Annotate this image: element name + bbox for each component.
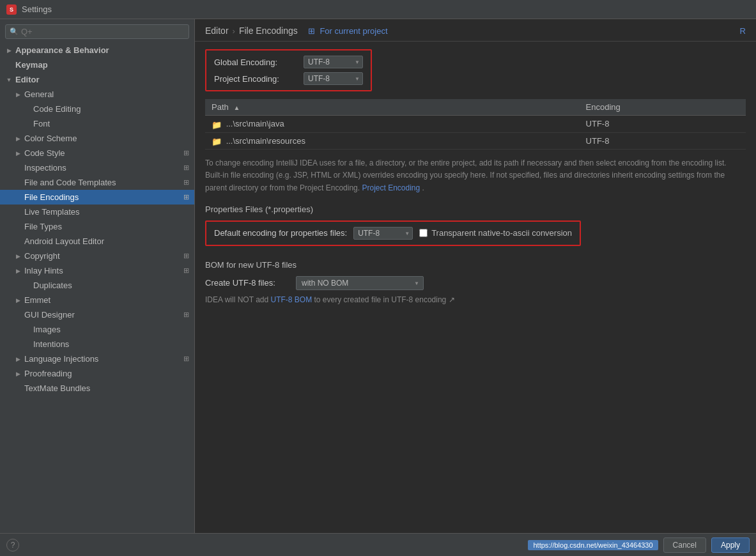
sidebar-item-language-injections[interactable]: ▶ Language Injections ⊞ [0,351,194,366]
settings-icon: ⊞ [183,266,189,275]
sidebar-item-intentions[interactable]: Intentions [0,337,194,351]
arrow-icon: ▶ [14,267,22,275]
encoding-column-header: Encoding [580,99,746,116]
global-encoding-select-wrapper[interactable]: UTF-8 UTF-16 ISO-8859-1 [304,56,363,68]
transparent-label: Transparent native-to-ascii conversion [431,228,572,238]
utf8-bom-link[interactable]: UTF-8 BOM [270,295,312,304]
arrow-icon [5,61,13,69]
default-encoding-select[interactable]: UTF-8 UTF-16 ISO-8859-1 [353,227,413,240]
sidebar-item-font[interactable]: Font [0,116,194,131]
encoding-cell: UTF-8 [580,132,746,150]
search-input[interactable] [21,27,185,36]
arrow-icon [14,179,22,187]
sidebar-item-images[interactable]: Images [0,322,194,337]
sidebar-item-editor[interactable]: ▼ Editor [0,72,194,87]
sidebar-label: Android Layout Editor [24,236,104,246]
sidebar-label: File Encodings [24,192,79,202]
project-encoding-label: Project Encoding: [214,74,304,84]
breadcrumb-separator: › [233,26,235,36]
arrow-icon [14,311,22,319]
sidebar-item-emmet[interactable]: ▶ Emmet [0,293,194,307]
sidebar-item-file-encodings[interactable]: File Encodings ⊞ [0,190,194,205]
arrow-icon [14,385,22,392]
sidebar-label: General [24,89,54,99]
sidebar-item-gui-designer[interactable]: GUI Designer ⊞ [0,307,194,322]
reset-link[interactable]: R [740,26,746,36]
sidebar-item-code-editing[interactable]: Code Editing [0,102,194,116]
sidebar: 🔍 ▶ Appearance & Behavior Keymap ▼ Edito… [0,19,195,533]
bom-create-select[interactable]: with NO BOM with BOM [296,276,424,290]
bom-section: BOM for new UTF-8 files Create UTF-8 fil… [205,260,746,304]
sidebar-item-color-scheme[interactable]: ▶ Color Scheme [0,131,194,146]
breadcrumb-link-icon: ⊞ [308,26,315,36]
panel-content: Global Encoding: UTF-8 UTF-16 ISO-8859-1… [195,42,756,533]
table-row: 📁 ...\src\main\java UTF-8 [205,116,746,133]
arrow-icon [14,164,22,172]
arrow-icon: ▶ [14,297,22,304]
sidebar-item-textmate-bundles[interactable]: TextMate Bundles [0,381,194,396]
info-text: To change encoding IntelliJ IDEA uses fo… [205,157,729,194]
transparent-checkbox[interactable] [419,229,428,237]
breadcrumb-link[interactable]: ⊞ For current project [308,26,388,36]
settings-icon: ⊞ [183,164,189,172]
project-encoding-select-wrapper[interactable]: UTF-8 UTF-16 ISO-8859-1 [304,72,363,85]
sidebar-item-inspections[interactable]: Inspections ⊞ [0,160,194,175]
arrow-icon: ▼ [5,76,13,84]
settings-icon: ⊞ [183,149,189,157]
table-row: 📁 ...\src\main\resources UTF-8 [205,132,746,150]
cancel-button[interactable]: Cancel [663,537,706,553]
sidebar-item-file-code-templates[interactable]: File and Code Templates ⊞ [0,175,194,190]
sidebar-item-file-types[interactable]: File Types [0,219,194,234]
arrow-icon [14,223,22,231]
sidebar-item-inlay-hints[interactable]: ▶ Inlay Hints ⊞ [0,263,194,278]
sidebar-item-live-templates[interactable]: Live Templates [0,205,194,219]
sidebar-label: Code Editing [33,104,81,114]
main-layout: 🔍 ▶ Appearance & Behavior Keymap ▼ Edito… [0,19,756,533]
sidebar-label: Intentions [33,339,69,349]
sidebar-item-keymap[interactable]: Keymap [0,58,194,72]
apply-button[interactable]: Apply [711,537,750,553]
breadcrumb-parent: Editor [205,26,229,36]
arrow-icon [14,238,22,245]
transparent-checkbox-row: Transparent native-to-ascii conversion [419,228,572,238]
sidebar-item-code-style[interactable]: ▶ Code Style ⊞ [0,146,194,160]
bottom-actions: https://blog.csdn.net/weixin_43464330 Ca… [528,537,750,553]
settings-icon: ⊞ [183,193,189,201]
arrow-icon: ▶ [14,355,22,363]
project-encoding-select[interactable]: UTF-8 UTF-16 ISO-8859-1 [304,72,363,85]
title-bar-text: Settings [22,4,52,14]
path-cell: 📁 ...\src\main\resources [205,132,580,150]
settings-icon: ⊞ [183,311,189,319]
path-column-header: Path ▲ [205,99,580,116]
project-encoding-row: Project Encoding: UTF-8 UTF-16 ISO-8859-… [214,72,363,85]
sidebar-item-proofreading[interactable]: ▶ Proofreading [0,366,194,381]
path-table: Path ▲ Encoding 📁 ...\src\main\java UTF-… [205,99,746,150]
sidebar-item-duplicates[interactable]: Duplicates [0,278,194,293]
search-icon: 🔍 [10,27,19,36]
sidebar-label: Duplicates [33,281,72,290]
sidebar-label: Appearance & Behavior [15,45,109,55]
sidebar-item-appearance[interactable]: ▶ Appearance & Behavior [0,43,194,58]
sidebar-item-copyright[interactable]: ▶ Copyright ⊞ [0,249,194,263]
arrow-icon [14,194,22,201]
default-encoding-select-wrapper[interactable]: UTF-8 UTF-16 ISO-8859-1 [353,227,413,240]
sidebar-label: Live Templates [24,207,79,217]
folder-icon: 📁 [212,120,220,129]
settings-icon: ⊞ [183,252,189,260]
bom-select-wrapper[interactable]: with NO BOM with BOM [296,276,424,290]
sidebar-label: Copyright [24,251,60,261]
breadcrumb: Editor › File Encodings ⊞ For current pr… [195,19,756,42]
search-box[interactable]: 🔍 [5,24,189,39]
sidebar-label: Editor [15,75,40,84]
sidebar-label: Language Injections [24,354,98,364]
global-encoding-select[interactable]: UTF-8 UTF-16 ISO-8859-1 [304,56,363,68]
encoding-settings-box: Global Encoding: UTF-8 UTF-16 ISO-8859-1… [205,49,372,91]
project-encoding-link[interactable]: Project Encoding [362,183,420,192]
help-button[interactable]: ? [6,539,19,552]
sidebar-item-general[interactable]: ▶ General [0,87,194,102]
settings-icon: ⊞ [183,355,189,363]
arrow-icon [23,105,31,113]
sidebar-item-android-layout-editor[interactable]: Android Layout Editor [0,234,194,249]
arrow-icon [23,341,31,348]
arrow-icon: ▶ [14,252,22,260]
